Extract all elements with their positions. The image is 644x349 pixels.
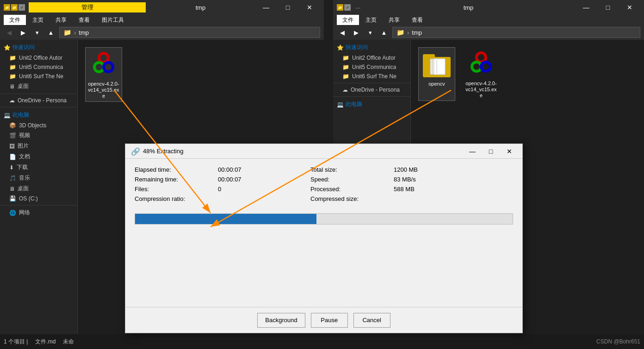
file-item-opencv-folder[interactable]: opencv (418, 47, 455, 101)
right-path-folder-icon: 📁 (396, 29, 404, 36)
left-window-title: tmp (148, 4, 254, 11)
right-maximize-button[interactable]: □ (597, 0, 619, 15)
remaining-value: 00:00:07 (218, 176, 310, 183)
desktop-icon: 🖥 (9, 83, 15, 90)
right-back-button[interactable]: ◀ (337, 27, 348, 38)
svg-point-9 (477, 53, 486, 62)
opencv-exe-icon-wrapper-right (466, 49, 496, 79)
right-sidebar-onedrive[interactable]: ☁ OneDrive - Persona (333, 85, 410, 94)
opencv-folder-icon-wrapper (422, 50, 452, 79)
sidebar-item-video[interactable]: 🎬 视频 (0, 130, 77, 141)
file-item-opencv-exe-left[interactable]: opencv-4.2.0-vc14_vc15.exe (85, 47, 122, 102)
left-close-button[interactable]: ✕ (299, 0, 320, 15)
star-icon: ⭐ (4, 44, 11, 51)
left-tab-home[interactable]: 主页 (27, 15, 49, 25)
3d-icon: 📦 (9, 122, 16, 129)
compression-label: Compression ratio: (135, 195, 218, 202)
right-address-path[interactable]: 📁 › tmp (392, 27, 640, 38)
right-this-pc-header[interactable]: 💻 此电脑 (333, 99, 410, 110)
sidebar-item-music[interactable]: 🎵 音乐 (0, 173, 77, 183)
right-quick-access-header[interactable]: ⭐ 快速访问 (333, 42, 410, 53)
right-quick-access-section: ⭐ 快速访问 📁 Unit2 Office Autor 📁 Unit5 Comm… (333, 42, 410, 81)
right-minimize-button[interactable]: — (576, 0, 597, 15)
sidebar-item-unit2[interactable]: 📁 Unit2 Office Autor (0, 53, 77, 62)
cancel-button[interactable]: Cancel (353, 313, 390, 328)
right-tab-home[interactable]: 主页 (360, 15, 382, 25)
sidebar-item-os-c[interactable]: 💾 OS (C:) (0, 194, 77, 203)
desktop-icon2: 🖥 (9, 186, 15, 192)
right-file-area: opencv opencv-4.2.0-vc14_vc15.exe (411, 40, 644, 148)
cloud-icon: ☁ (9, 97, 15, 104)
dialog-minimize-button[interactable]: — (465, 145, 480, 157)
left-up-button[interactable]: ▲ (45, 27, 56, 38)
right-title-icons: 📁 ✓ (337, 4, 351, 11)
left-tab-share[interactable]: 共享 (50, 15, 72, 25)
pause-button[interactable]: Pause (311, 313, 348, 328)
left-back-button[interactable]: ◀ (4, 27, 15, 38)
sidebar-item-pictures[interactable]: 🖼 图片 (0, 141, 77, 151)
right-content-area: ⭐ 快速访问 📁 Unit2 Office Autor 📁 Unit5 Comm… (333, 40, 644, 148)
sidebar-item-3d[interactable]: 📦 3D Objects (0, 121, 77, 130)
compression-value (218, 195, 310, 202)
left-minimize-button[interactable]: — (255, 0, 277, 15)
svg-point-2 (104, 62, 113, 72)
right-folder-icon-1: 📁 (342, 55, 349, 61)
opencv-folder-label: opencv (428, 81, 445, 87)
dialog-close-button[interactable]: ✕ (502, 145, 517, 157)
downloads-icon: ⬇ (9, 164, 14, 171)
compressed-size-label: Compressed size: (310, 195, 394, 202)
dialog-maximize-button[interactable]: □ (483, 145, 498, 157)
svg-point-11 (481, 62, 490, 71)
right-sidebar-unit5[interactable]: 📁 Unit5 Communica (333, 62, 410, 72)
file-item-opencv-exe-right[interactable]: opencv-4.2.0-vc14_vc15.exe (463, 47, 500, 101)
progress-bar-fill (135, 214, 316, 224)
sidebar-item-desktop2[interactable]: 🖥 桌面 (0, 183, 77, 194)
path-folder-icon: 📁 (63, 29, 71, 36)
right-tab-file[interactable]: 文件 (337, 15, 359, 25)
left-tab-picture-tools[interactable]: 图片工具 (96, 15, 130, 25)
svg-point-0 (99, 53, 108, 62)
background-button[interactable]: Background (257, 313, 305, 328)
left-tab-file[interactable]: 文件 (4, 15, 26, 25)
right-tab-share[interactable]: 共享 (383, 15, 405, 25)
right-sidebar-unit6[interactable]: 📁 Unit6 Surf The Ne (333, 72, 410, 81)
sidebar-item-unit5[interactable]: 📁 Unit5 Communica (0, 62, 77, 72)
sidebar-item-documents[interactable]: 📄 文档 (0, 151, 77, 162)
active-tab-label[interactable]: 管理 (29, 2, 146, 12)
left-recent-button[interactable]: ▾ (31, 27, 43, 38)
processed-label: Processed: (310, 186, 394, 193)
quick-access-header[interactable]: ⭐ 快速访问 (0, 42, 77, 53)
sidebar-item-unit6[interactable]: 📁 Unit6 Surf The Ne (0, 72, 77, 81)
sidebar-item-downloads[interactable]: ⬇ 下载 (0, 162, 77, 173)
right-sidebar-unit2[interactable]: 📁 Unit2 Office Autor (333, 53, 410, 62)
this-pc-header[interactable]: 💻 此电脑 (0, 109, 77, 121)
sidebar-item-network[interactable]: 🌐 网络 (0, 207, 77, 218)
right-forward-button[interactable]: ▶ (351, 27, 362, 38)
right-close-button[interactable]: ✕ (619, 0, 640, 15)
speed-value: 83 MB/s (394, 176, 486, 183)
music-icon: 🎵 (9, 175, 16, 181)
left-address-path[interactable]: 📁 › tmp (59, 27, 320, 38)
sidebar-item-desktop[interactable]: 🖥 桌面 (0, 81, 77, 92)
title-icon-3: ✓ (19, 4, 25, 11)
right-tab-view[interactable]: 查看 (406, 15, 428, 25)
drive-icon: 💾 (9, 195, 16, 202)
left-forward-button[interactable]: ▶ (18, 27, 29, 38)
taskbar-right-text: 未命 (63, 338, 74, 346)
right-window-title: tmp (363, 4, 574, 11)
left-tab-view[interactable]: 查看 (73, 15, 95, 25)
right-recent-button[interactable]: ▾ (365, 27, 376, 38)
sidebar-item-onedrive[interactable]: ☁ OneDrive - Persona (0, 96, 77, 105)
right-title-sep: — (355, 5, 360, 10)
sidebar-divider-2 (0, 107, 77, 107)
dialog-app-icon: 🔗 (131, 147, 139, 156)
right-window-controls: — □ ✕ (576, 0, 640, 15)
left-maximize-button[interactable]: □ (277, 0, 298, 15)
right-address-bar: ◀ ▶ ▾ ▲ 📁 › tmp (333, 25, 644, 40)
right-sidebar-divider-1 (333, 83, 410, 83)
right-up-button[interactable]: ▲ (378, 27, 390, 38)
quick-access-section: ⭐ 快速访问 📁 Unit2 Office Autor 📁 Unit5 Comm… (0, 42, 77, 92)
pc-icon: 💻 (4, 112, 11, 118)
opencv-exe-label-left: opencv-4.2.0-vc14_vc15.exe (87, 81, 120, 100)
right-path-separator: › (407, 29, 409, 36)
